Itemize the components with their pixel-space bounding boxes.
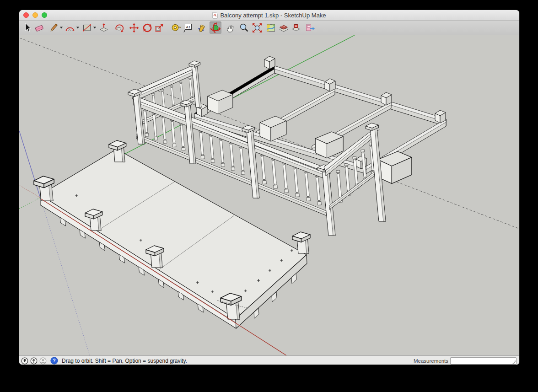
toolbar: A1	[19, 21, 519, 35]
scale-icon	[154, 22, 165, 33]
eraser-icon	[34, 22, 45, 33]
frame-corner-block	[264, 56, 275, 69]
text-tool-button[interactable]: A1	[182, 21, 194, 34]
zoom-extents-icon	[252, 22, 263, 33]
tape-measure-tool-button[interactable]	[170, 21, 182, 34]
zoom-tool-button[interactable]	[238, 21, 250, 34]
orbit-tool-button[interactable]	[210, 21, 221, 34]
minimize-button[interactable]	[32, 12, 38, 18]
toggle-terrain-tool-button[interactable]	[278, 21, 290, 34]
pier-block	[208, 90, 233, 114]
status-hint: Drag to orbit. Shift = Pan, Option = sus…	[62, 358, 187, 364]
pan-tool-button[interactable]	[224, 21, 236, 34]
viewport	[19, 35, 519, 355]
frame-block	[381, 92, 392, 105]
titlebar[interactable]: Balcony attempt 1.skp - SketchUp Make	[19, 10, 519, 21]
scale-tool-button[interactable]	[153, 21, 165, 34]
rotate-icon	[142, 22, 153, 33]
toggle-terrain-icon	[278, 22, 289, 33]
deck-platform	[34, 140, 310, 328]
close-button[interactable]	[23, 12, 29, 18]
frame-corner-block	[435, 110, 446, 123]
move-tool-button[interactable]	[128, 21, 140, 34]
pier-block	[260, 116, 286, 141]
pencil-icon	[48, 22, 59, 33]
eraser-tool-button[interactable]	[33, 21, 45, 34]
zoom-icon	[238, 22, 249, 33]
zoom-extents-tool-button[interactable]	[251, 21, 263, 34]
svg-text:A1: A1	[186, 25, 191, 29]
select-icon	[22, 22, 33, 33]
paint-bucket-tool-button[interactable]	[196, 21, 208, 34]
sign-in-icon[interactable]	[39, 357, 47, 365]
follow-me-tool-button[interactable]	[113, 21, 125, 34]
resize-grip[interactable]	[511, 360, 516, 364]
move-icon	[129, 22, 140, 33]
claim-credit-icon[interactable]	[30, 357, 38, 365]
tape-measure-icon	[171, 22, 182, 33]
add-location-icon	[265, 22, 276, 33]
axis-green-negative	[19, 198, 40, 209]
rectangle-tool-caret[interactable]	[93, 25, 97, 30]
zoom-button[interactable]	[42, 12, 47, 18]
statusbar: ? Drag to orbit. Shift = Pan, Option = s…	[19, 355, 519, 365]
measurements-input[interactable]	[450, 357, 516, 365]
line-tool-caret[interactable]	[59, 25, 63, 30]
text-icon: A1	[182, 22, 193, 33]
photo-textures-tool-button[interactable]	[290, 21, 302, 34]
axis-blue	[19, 131, 40, 198]
photo-textures-icon	[291, 22, 301, 33]
push-pull-tool-button[interactable]	[98, 21, 110, 34]
pan-hand-icon	[225, 22, 236, 33]
geolocation-icon[interactable]	[21, 357, 28, 365]
measurements-label: Measurements	[414, 358, 448, 364]
document-icon	[212, 12, 218, 19]
sketchup-window: Balcony attempt 1.skp - SketchUp Make	[19, 10, 519, 365]
help-button[interactable]: ?	[50, 357, 58, 365]
arc-tool-button[interactable]	[64, 21, 76, 34]
window-controls	[23, 12, 47, 18]
viewport-canvas[interactable]	[19, 35, 519, 355]
rectangle-icon	[81, 22, 92, 33]
follow-me-icon	[114, 22, 125, 33]
svg-text:?: ?	[53, 358, 55, 363]
add-location-tool-button[interactable]	[265, 21, 277, 34]
pier-block	[315, 132, 343, 158]
window-title: Balcony attempt 1.skp - SketchUp Make	[220, 12, 326, 19]
arc-icon	[65, 22, 75, 33]
rotate-tool-button[interactable]	[141, 21, 153, 34]
line-tool-button[interactable]	[48, 21, 59, 34]
frame-block	[325, 79, 335, 91]
rectangle-tool-button[interactable]	[81, 21, 93, 34]
select-tool-button[interactable]	[22, 21, 33, 34]
arc-tool-caret[interactable]	[76, 25, 80, 30]
orbit-icon	[210, 22, 221, 34]
share-model-icon	[304, 22, 315, 33]
share-model-tool-button[interactable]	[304, 21, 316, 34]
push-pull-icon	[98, 22, 109, 33]
paint-bucket-icon	[196, 22, 207, 33]
